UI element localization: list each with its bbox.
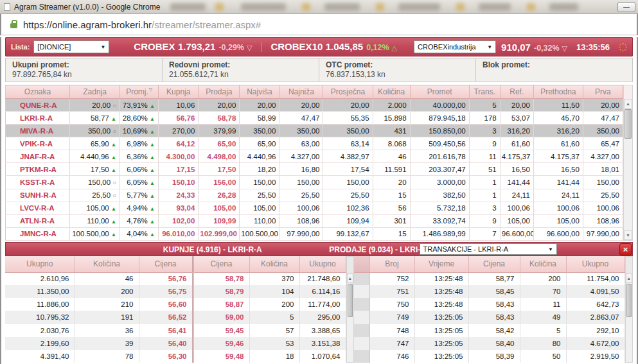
cell-najniza: 63,00 bbox=[279, 137, 323, 150]
quotes-table: Oznaka Zadnja Promj.▽ Kupnja Prodaja Naj… bbox=[5, 85, 623, 241]
col-kupnja[interactable]: Kupnja bbox=[159, 85, 199, 99]
cell-prva: 150,00 bbox=[583, 176, 623, 189]
quote-row[interactable]: LKRI-R-A 58,77▲ 28,60%▲ 56,76 58,78 58,9… bbox=[6, 112, 623, 125]
cell-cijena: 58,42 bbox=[468, 324, 520, 337]
quote-row[interactable]: SUNH-R-A 25,50○ 5,77%▲ 24,33 26,28 25,50… bbox=[6, 189, 623, 202]
cell-prva: 47,47 bbox=[583, 112, 623, 125]
crobex10-index: CROBEX10 1.045,85 0,12% △ bbox=[270, 41, 397, 53]
close-panel-button[interactable]: × bbox=[619, 243, 632, 256]
cell-ask-ukupno: 3.151,38 bbox=[299, 337, 346, 350]
cell-najvisa: 18,20 bbox=[240, 163, 279, 176]
quote-row[interactable]: LVCV-R-A 105,00▲ 4,94%▲ 93,04 105,00 105… bbox=[6, 202, 623, 214]
col-ref[interactable]: Ref. bbox=[500, 85, 533, 99]
cell-ask-kolicina: 18 bbox=[249, 350, 299, 363]
cell-prodaja: 156,00 bbox=[199, 176, 240, 189]
quote-row[interactable]: JMNC-R-A 100.500,00▲ 4,04%▲ 96.010,00 10… bbox=[6, 227, 623, 240]
cell-kolicina: 80 bbox=[520, 337, 566, 350]
col-bid-ukupno: Ukupno bbox=[5, 256, 75, 272]
price-state-icon: ○ bbox=[112, 192, 116, 199]
col-oznaka[interactable]: Oznaka bbox=[6, 85, 70, 99]
cell-promet: 5.732,18 bbox=[410, 202, 469, 214]
sector-index-select[interactable]: CROBEXindustrija ▼ bbox=[414, 40, 496, 53]
address-bar[interactable]: https://online.agram-brokeri.hr/streamer… bbox=[0, 14, 638, 35]
transactions-scrollbar[interactable]: ▲ bbox=[625, 256, 634, 363]
col-najniza[interactable]: Najniža bbox=[279, 85, 323, 99]
cell-najvisa: 20,00 bbox=[240, 99, 279, 112]
cell-prethodna: 24,11 bbox=[533, 189, 583, 202]
orderbook-row: 2.199,60 39 56,40 59,46 53 3.151,38 bbox=[5, 337, 346, 350]
cell-prosjecna: 25,50 bbox=[323, 189, 373, 202]
orderbook-row: 11.886,00 210 56,60 58,87 200 11.774,00 bbox=[5, 298, 346, 311]
quote-row[interactable]: KSST-R-A 150,00○ 6,05%▲ 150,10 156,00 15… bbox=[6, 176, 623, 189]
col-kolicina[interactable]: Količina bbox=[373, 85, 410, 99]
cell-najvisa: 65,90 bbox=[240, 137, 279, 150]
spacer-cell bbox=[354, 337, 369, 350]
transaction-row: 752 13:25:48 58,77 200 11.754,00 bbox=[354, 272, 625, 285]
transactions-table: Broj Vrijeme Cijena Količina Ukupno 752 … bbox=[354, 256, 625, 363]
orderbook-scrollbar[interactable]: ▲ bbox=[346, 256, 355, 363]
col-prva[interactable]: Prva bbox=[583, 85, 623, 99]
cell-kolicina: 15 bbox=[373, 227, 410, 240]
cell-ref: 96.600,00 bbox=[500, 227, 533, 240]
cell-ticker: KSST-R-A bbox=[6, 176, 70, 189]
col-promet[interactable]: Promet bbox=[410, 85, 469, 99]
quote-row[interactable]: ATLN-R-A 110,00▲ 4,76%▲ 102,00 109,99 11… bbox=[6, 214, 623, 227]
cell-kupnja: 102,00 bbox=[159, 214, 199, 227]
cell-promet: 150.850,00 bbox=[410, 125, 469, 137]
cell-trans: 3 bbox=[469, 125, 500, 137]
scroll-up-icon[interactable]: ▲ bbox=[347, 273, 354, 283]
server-time: 13:35:56 bbox=[576, 42, 610, 52]
cell-ukupno: 292,10 bbox=[566, 324, 625, 337]
transaction-row: 748 13:25:05 58,42 5 292,10 bbox=[354, 324, 625, 337]
orderbook-row: 4.391,40 78 56,30 59,48 18 1.070,64 bbox=[5, 350, 346, 363]
cell-bid-ukupno: 11.886,00 bbox=[5, 298, 75, 311]
quote-row[interactable]: VPIK-R-A 65,90▲ 6,98%▲ 64,12 65,90 65,90… bbox=[6, 137, 623, 150]
cell-prva: 20,00 bbox=[583, 99, 623, 112]
col-prosjecna[interactable]: Prosječna bbox=[323, 85, 373, 99]
transakcije-select[interactable]: TRANSAKCIJE - LKRI-R-A ▼ bbox=[420, 243, 558, 255]
spacer-column bbox=[354, 256, 369, 272]
cell-najniza: 16,80 bbox=[279, 163, 323, 176]
col-trans[interactable]: Trans. bbox=[469, 85, 500, 99]
cell-cijena: 58,39 bbox=[468, 350, 520, 363]
cell-prethodna: 11,50 bbox=[533, 99, 583, 112]
quote-row[interactable]: PTKM-R-A 17,50▲ 6,06%▲ 17,15 17,50 18,20… bbox=[6, 163, 623, 176]
cell-bid-cijena: 56,60 bbox=[139, 298, 193, 311]
crobex-index: CROBEX 1.793,21 -0,29% ▽ bbox=[134, 41, 252, 53]
cell-broj: 752 bbox=[369, 272, 414, 285]
scrollbar-thumb[interactable] bbox=[625, 109, 632, 139]
quote-row[interactable]: MIVA-R-A 350,00○ 10,69%▲ 270,00 379,99 3… bbox=[6, 125, 623, 137]
up-arrow-icon: ▲ bbox=[150, 141, 155, 148]
col-zadnja[interactable]: Zadnja bbox=[70, 85, 120, 99]
blok-promet: Blok promet: bbox=[476, 58, 632, 82]
up-arrow-icon: ▲ bbox=[150, 128, 155, 135]
chevron-down-icon: ▼ bbox=[487, 44, 492, 50]
cell-prodaja: 105,00 bbox=[199, 202, 240, 214]
quote-row[interactable]: JNAF-R-A 4.440,96▲ 6,36%▲ 4.300,00 4.498… bbox=[6, 150, 623, 163]
cell-promet: 509.450,56 bbox=[410, 137, 469, 150]
col-prodaja[interactable]: Prodaja bbox=[199, 85, 240, 99]
cell-kolicina: 11.591 bbox=[373, 163, 410, 176]
orderbook-row: 2.030,76 36 56,41 59,45 57 3.388,65 bbox=[5, 324, 346, 337]
scroll-up-icon[interactable]: ▲ bbox=[626, 273, 633, 283]
cell-prosjecna: 20,00 bbox=[323, 99, 373, 112]
col-ask-kolicina: Količina bbox=[249, 256, 299, 272]
minimize-button[interactable]: — bbox=[617, 2, 635, 12]
scrollbar-thumb[interactable] bbox=[626, 284, 632, 317]
col-promj[interactable]: Promj.▽ bbox=[120, 85, 159, 99]
cell-promet: 879.945,18 bbox=[410, 112, 469, 125]
scroll-down-icon[interactable]: ▼ bbox=[624, 230, 632, 240]
col-najvisa[interactable]: Najviša bbox=[240, 85, 279, 99]
scrollbar-thumb[interactable] bbox=[348, 284, 353, 317]
quotes-scrollbar[interactable]: ▲ ▼ bbox=[623, 85, 633, 241]
cell-zadnja: 17,50▲ bbox=[70, 163, 120, 176]
scroll-up-icon[interactable]: ▲ bbox=[624, 99, 632, 108]
col-ukupno: Ukupno bbox=[566, 256, 625, 272]
cell-ref: 316,20 bbox=[500, 125, 533, 137]
col-prethodna[interactable]: Prethodna bbox=[533, 85, 583, 99]
quote-row[interactable]: QUNE-R-A 20,00○ 73,91%▲ 10,06 20,00 20,0… bbox=[6, 99, 623, 112]
cell-ukupno: 2.919,50 bbox=[566, 350, 625, 363]
cell-ask-ukupno: 6.114,16 bbox=[299, 285, 346, 298]
chevron-down-icon: ▼ bbox=[548, 247, 553, 252]
lista-select[interactable]: [DIONICE] ▼ bbox=[33, 40, 109, 53]
